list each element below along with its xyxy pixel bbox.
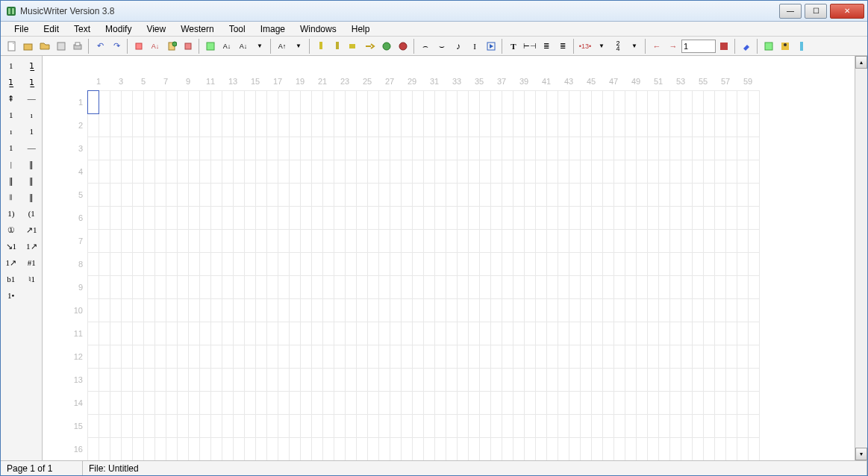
grid-cell[interactable] xyxy=(603,392,614,415)
grid-cell[interactable] xyxy=(424,184,435,207)
grid-cell[interactable] xyxy=(155,230,166,253)
grid-cell[interactable] xyxy=(379,230,390,253)
grid-cell[interactable] xyxy=(278,438,290,461)
grid-cell[interactable] xyxy=(110,369,122,392)
grid-cell[interactable] xyxy=(469,322,480,345)
grid-cell[interactable] xyxy=(435,184,446,207)
palette-cell-6-0[interactable]: | xyxy=(1,156,22,172)
grid-cell[interactable] xyxy=(491,392,502,415)
grid-cell[interactable] xyxy=(222,91,234,114)
saveas-button[interactable] xyxy=(54,39,69,54)
grid-cell[interactable] xyxy=(245,438,256,461)
grid-cell[interactable] xyxy=(469,137,480,160)
grid-cell[interactable] xyxy=(681,137,693,160)
grid-cell[interactable] xyxy=(166,207,178,230)
grid-cell[interactable] xyxy=(614,137,625,160)
grid-cell[interactable] xyxy=(278,322,290,345)
grid-cell[interactable] xyxy=(715,438,726,461)
grid-cell[interactable] xyxy=(715,369,726,392)
grid-cell[interactable] xyxy=(211,322,222,345)
grid-cell[interactable] xyxy=(603,438,614,461)
grid-cell[interactable] xyxy=(413,184,424,207)
grid-cell[interactable] xyxy=(290,253,301,276)
grid-cell[interactable] xyxy=(301,322,312,345)
grid-cell[interactable] xyxy=(323,345,334,369)
grid-cell[interactable] xyxy=(290,184,301,207)
grid-cell[interactable] xyxy=(491,91,502,114)
grid-cell[interactable] xyxy=(290,299,301,322)
grid-cell[interactable] xyxy=(502,91,513,114)
grid-cell[interactable] xyxy=(267,299,278,322)
grid-cell[interactable] xyxy=(368,207,379,230)
grid-cell[interactable] xyxy=(133,438,144,461)
grid-cell[interactable] xyxy=(122,114,133,137)
grid-cell[interactable] xyxy=(256,91,267,114)
grid-cell[interactable] xyxy=(659,276,670,299)
grid-cell[interactable] xyxy=(625,207,637,230)
grid-cell[interactable] xyxy=(704,369,715,392)
grid-cell[interactable] xyxy=(726,322,737,345)
grid-cell[interactable] xyxy=(480,160,491,184)
grid-cell[interactable] xyxy=(166,438,178,461)
grid-cell[interactable] xyxy=(446,91,458,114)
grid-cell[interactable] xyxy=(491,415,502,438)
grid-cell[interactable] xyxy=(715,322,726,345)
grid-cell[interactable] xyxy=(513,91,525,114)
grid-cell[interactable] xyxy=(379,438,390,461)
grid-cell[interactable] xyxy=(88,91,99,114)
grid-cell[interactable] xyxy=(749,207,760,230)
grid-cell[interactable] xyxy=(413,253,424,276)
grid-cell[interactable] xyxy=(603,207,614,230)
grid-cell[interactable] xyxy=(681,438,693,461)
grid-cell[interactable] xyxy=(491,230,502,253)
grid-cell[interactable] xyxy=(334,230,346,253)
grid-cell[interactable] xyxy=(390,91,402,114)
grid-cell[interactable] xyxy=(110,415,122,438)
grid-cell[interactable] xyxy=(547,91,558,114)
grid-cell[interactable] xyxy=(413,230,424,253)
grid-cell[interactable] xyxy=(278,415,290,438)
grid-cell[interactable] xyxy=(88,345,99,369)
grid-cell[interactable] xyxy=(200,415,211,438)
grid-cell[interactable] xyxy=(155,184,166,207)
grid-cell[interactable] xyxy=(99,392,110,415)
grid-cell[interactable] xyxy=(614,276,625,299)
grid-cell[interactable] xyxy=(424,392,435,415)
grid-cell[interactable] xyxy=(133,184,144,207)
grid-cell[interactable] xyxy=(368,253,379,276)
grid-cell[interactable] xyxy=(88,114,99,137)
grid-cell[interactable] xyxy=(312,345,323,369)
grid-cell[interactable] xyxy=(603,160,614,184)
cut-button[interactable] xyxy=(131,39,146,54)
grid-cell[interactable] xyxy=(357,438,368,461)
grid-cell[interactable] xyxy=(581,184,592,207)
grid-cell[interactable] xyxy=(413,345,424,369)
grid-cell[interactable] xyxy=(502,369,513,392)
grid-cell[interactable] xyxy=(547,160,558,184)
grid-cell[interactable] xyxy=(155,114,166,137)
grid-cell[interactable] xyxy=(189,322,200,345)
grid-cell[interactable] xyxy=(536,322,547,345)
grid-cell[interactable] xyxy=(525,276,536,299)
grid-cell[interactable] xyxy=(368,345,379,369)
grid-cell[interactable] xyxy=(502,392,513,415)
grid-cell[interactable] xyxy=(592,207,603,230)
grid-cell[interactable] xyxy=(446,299,458,322)
grid-cell[interactable] xyxy=(625,114,637,137)
grid-cell[interactable] xyxy=(480,415,491,438)
grid-cell[interactable] xyxy=(693,114,704,137)
grid-cell[interactable] xyxy=(637,137,648,160)
grid-cell[interactable] xyxy=(334,137,346,160)
grid-cell[interactable] xyxy=(681,369,693,392)
grid-cell[interactable] xyxy=(312,114,323,137)
grid-cell[interactable] xyxy=(536,438,547,461)
grid-cell[interactable] xyxy=(155,438,166,461)
grid-cell[interactable] xyxy=(110,345,122,369)
grid-cell[interactable] xyxy=(368,91,379,114)
grid-cell[interactable] xyxy=(256,392,267,415)
grid-cell[interactable] xyxy=(446,230,458,253)
grid-cell[interactable] xyxy=(659,137,670,160)
grid-cell[interactable] xyxy=(334,345,346,369)
grid-cell[interactable] xyxy=(637,299,648,322)
grid-cell[interactable] xyxy=(625,299,637,322)
